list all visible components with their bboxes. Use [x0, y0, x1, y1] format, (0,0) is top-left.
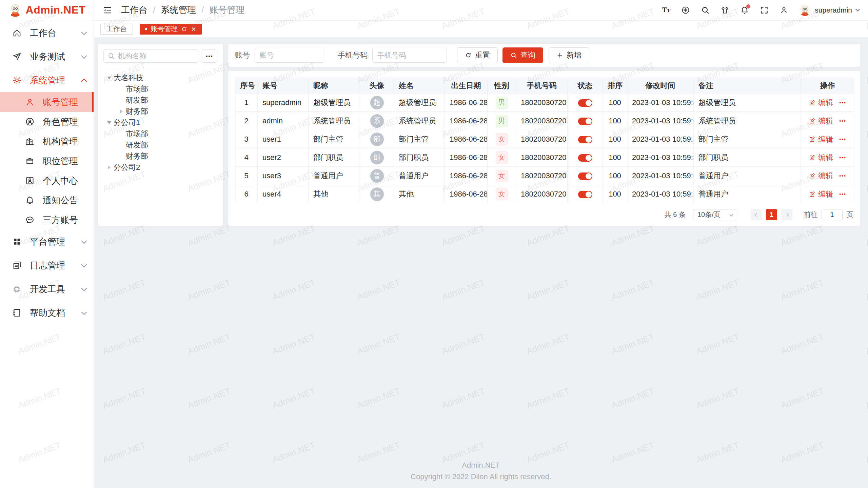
close-icon[interactable] — [191, 26, 197, 32]
status-toggle[interactable] — [578, 191, 592, 198]
status-toggle[interactable] — [578, 118, 592, 125]
language-icon[interactable]: 中 — [681, 6, 690, 15]
table-row: 5user3普通用户普普通用户1986-06-28女18020030720100… — [235, 167, 854, 185]
tree-node[interactable]: 分公司2 — [103, 162, 217, 173]
page-size-select[interactable]: 10条/页 — [693, 209, 737, 220]
breadcrumb-item[interactable]: 系统管理 — [161, 4, 196, 16]
current-page[interactable]: 1 — [766, 209, 777, 220]
caret-collapsed-icon[interactable] — [117, 109, 126, 114]
more-actions-button[interactable]: ••• — [839, 137, 846, 142]
tree-node[interactable]: 市场部 — [103, 83, 217, 95]
actions-cell: 编辑••• — [801, 148, 854, 167]
position-icon — [25, 156, 35, 166]
tab-workbench[interactable]: 工作台 — [100, 24, 133, 35]
more-actions-button[interactable]: ••• — [839, 191, 846, 197]
tree-node[interactable]: 市场部 — [103, 128, 217, 139]
breadcrumb-item[interactable]: 工作台 — [121, 4, 147, 16]
sidebar-item-org[interactable]: 机构管理 — [0, 131, 94, 151]
watermark-text: Admin.NET — [610, 331, 656, 357]
watermark-text: Admin.NET — [525, 277, 571, 303]
notification-icon[interactable] — [740, 6, 749, 15]
prev-page-button[interactable] — [751, 209, 762, 220]
watermark-text: Admin.NET — [695, 386, 741, 411]
edit-button[interactable]: 编辑 — [818, 98, 833, 108]
sidebar-item-home[interactable]: 工作台 — [0, 21, 94, 45]
tree-node[interactable]: 分公司1 — [103, 117, 217, 128]
watermark-text: Admin.NET — [780, 223, 826, 248]
edit-button[interactable]: 编辑 — [818, 116, 833, 126]
fullscreen-icon[interactable] — [760, 6, 769, 15]
status-toggle[interactable] — [578, 154, 592, 162]
tree-more-button[interactable]: ••• — [202, 49, 217, 63]
watermark-text: Admin.NET — [525, 223, 571, 248]
sidebar-item-send[interactable]: 业务测试 — [0, 45, 94, 68]
edit-button[interactable]: 编辑 — [818, 171, 833, 181]
font-size-icon[interactable]: Tт — [662, 6, 670, 15]
chevron-left-icon — [754, 213, 758, 217]
more-actions-button[interactable]: ••• — [839, 100, 846, 105]
user-name: superadmin — [815, 6, 852, 14]
status-toggle[interactable] — [578, 136, 592, 143]
cell: 2023-01-03 10:59:44 — [627, 130, 694, 148]
cell: user3 — [258, 167, 309, 185]
edit-icon — [809, 191, 815, 198]
tab-account-management[interactable]: 账号管理 — [140, 24, 202, 35]
edit-button[interactable]: 编辑 — [818, 152, 833, 163]
add-button[interactable]: 新增 — [549, 47, 589, 63]
edit-button[interactable]: 编辑 — [818, 134, 833, 144]
tree-node[interactable]: 财务部 — [103, 106, 217, 117]
avatar: 部 — [370, 133, 384, 146]
grid-icon — [12, 237, 22, 246]
sidebar-item-user[interactable]: 账号管理 — [0, 92, 94, 112]
tree-node[interactable]: 大名科技 — [103, 72, 217, 83]
caret-collapsed-icon[interactable] — [105, 165, 114, 169]
tree-node[interactable]: 研发部 — [103, 95, 217, 106]
tree-node[interactable]: 财务部 — [103, 150, 217, 162]
account-icon[interactable] — [780, 6, 788, 15]
sidebar-item-chip[interactable]: 开发工具 — [0, 277, 94, 301]
next-page-button[interactable] — [781, 209, 792, 220]
reset-button[interactable]: 重置 — [457, 47, 498, 63]
caret-expanded-icon[interactable] — [105, 121, 114, 124]
accounts-table-panel: 序号账号昵称头像姓名出生日期性别手机号码状态排序修改时间备注操作1superad… — [228, 70, 861, 226]
cell: 1986-06-28 — [445, 112, 488, 130]
more-actions-button[interactable]: ••• — [839, 118, 846, 124]
edit-icon — [809, 118, 815, 124]
phone-input[interactable] — [372, 48, 447, 63]
watermark-text: Admin.NET — [186, 386, 232, 411]
status-toggle[interactable] — [578, 172, 592, 180]
sidebar-item-gear[interactable]: 系统管理 — [0, 68, 94, 92]
refresh-icon[interactable] — [181, 26, 187, 32]
theme-icon[interactable] — [721, 6, 729, 15]
tree-node[interactable]: 研发部 — [103, 139, 217, 150]
more-actions-button[interactable]: ••• — [839, 173, 846, 179]
book-icon — [12, 308, 22, 318]
cell: 100 — [603, 185, 627, 203]
sidebar-item-grid[interactable]: 平台管理 — [0, 230, 94, 253]
sidebar-item-book[interactable]: 帮助文档 — [0, 301, 94, 325]
sidebar-item-chat[interactable]: 三方账号 — [0, 210, 94, 230]
cell: 2023-01-03 10:59:44 — [627, 112, 694, 130]
goto-page-input[interactable] — [822, 209, 843, 220]
status-toggle[interactable] — [578, 99, 592, 107]
sidebar-item-position[interactable]: 职位管理 — [0, 151, 94, 171]
org-tree-panel: ••• 大名科技市场部研发部财务部分公司1市场部研发部财务部分公司2 — [98, 43, 223, 226]
sidebar-item-bell[interactable]: 通知公告 — [0, 190, 94, 210]
sidebar-item-profile[interactable]: 个人中心 — [0, 171, 94, 190]
user-menu[interactable]: superadmin — [799, 4, 859, 16]
org-search-input[interactable] — [103, 49, 198, 63]
menu-fold-icon[interactable] — [103, 5, 112, 15]
query-button[interactable]: 查询 — [502, 47, 543, 63]
sidebar-item-role[interactable]: 角色管理 — [0, 112, 94, 131]
search-icon[interactable] — [701, 6, 710, 15]
account-input[interactable] — [255, 48, 324, 63]
app-logo[interactable]: Admin.NET — [0, 0, 94, 20]
gender-badge: 女 — [496, 170, 508, 182]
phone-label: 手机号码 — [338, 50, 368, 60]
chevron-down-icon — [81, 53, 87, 59]
edit-button[interactable]: 编辑 — [818, 189, 833, 199]
sidebar-item-log[interactable]: 日志管理 — [0, 253, 94, 277]
more-actions-button[interactable]: ••• — [839, 155, 846, 160]
caret-expanded-icon[interactable] — [105, 77, 114, 79]
filter-bar: 账号 手机号码 重置 查询 新增 — [228, 43, 861, 67]
